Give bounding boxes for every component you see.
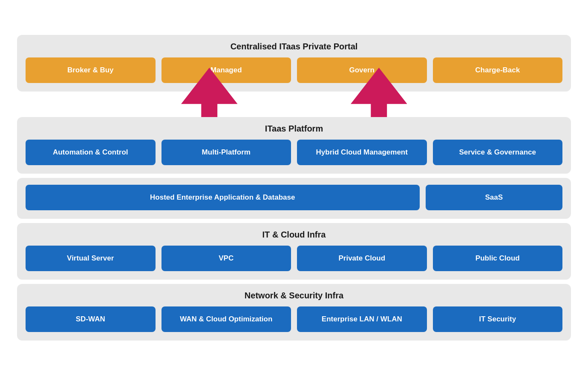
card-saas: SaaS [426, 185, 563, 210]
card-private-cloud: Private Cloud [297, 246, 427, 271]
it-cloud-infra-section: IT & Cloud Infra Virtual Server VPC Priv… [17, 223, 571, 280]
card-sdwan: SD-WAN [26, 306, 156, 332]
it-cloud-infra-title: IT & Cloud Infra [26, 230, 562, 240]
card-hybrid-cloud: Hybrid Cloud Management [297, 140, 427, 165]
network-security-cards-row: SD-WAN WAN & Cloud Optimization Enterpri… [26, 306, 562, 332]
card-service-governance: Service & Governance [433, 140, 563, 165]
arrows-row [17, 96, 571, 113]
apps-section: Hosted Enterprise Application & Database… [17, 178, 571, 219]
apps-cards-row: Hosted Enterprise Application & Database… [26, 185, 562, 210]
network-security-title: Network & Security Infra [26, 291, 562, 301]
card-hosted-enterprise: Hosted Enterprise Application & Database [26, 185, 420, 210]
card-vpc: VPC [161, 246, 291, 271]
network-security-section: Network & Security Infra SD-WAN WAN & Cl… [17, 284, 571, 341]
card-broker-buy: Broker & Buy [26, 57, 156, 83]
card-it-security: IT Security [433, 306, 563, 332]
card-virtual-server: Virtual Server [26, 246, 156, 271]
card-wan-cloud-opt: WAN & Cloud Optimization [161, 306, 291, 332]
it-cloud-infra-cards-row: Virtual Server VPC Private Cloud Public … [26, 246, 562, 271]
itaas-platform-title: ITaas Platform [26, 124, 562, 134]
portal-section: Centralised ITaas Private Portal Broker … [17, 35, 571, 92]
card-public-cloud: Public Cloud [433, 246, 563, 271]
card-enterprise-lan: Enterprise LAN / WLAN [297, 306, 427, 332]
itaas-platform-section: ITaas Platform Automation & Control Mult… [17, 117, 571, 174]
portal-cards-row: Broker & Buy Managed Govern Charge-Back [26, 57, 562, 83]
card-multi-platform: Multi-Platform [161, 140, 291, 165]
card-chargeback: Charge-Back [433, 57, 563, 83]
portal-title: Centralised ITaas Private Portal [26, 42, 562, 52]
card-automation-control: Automation & Control [26, 140, 156, 165]
diagram-container: Centralised ITaas Private Portal Broker … [9, 26, 579, 349]
itaas-platform-cards-row: Automation & Control Multi-Platform Hybr… [26, 140, 562, 165]
